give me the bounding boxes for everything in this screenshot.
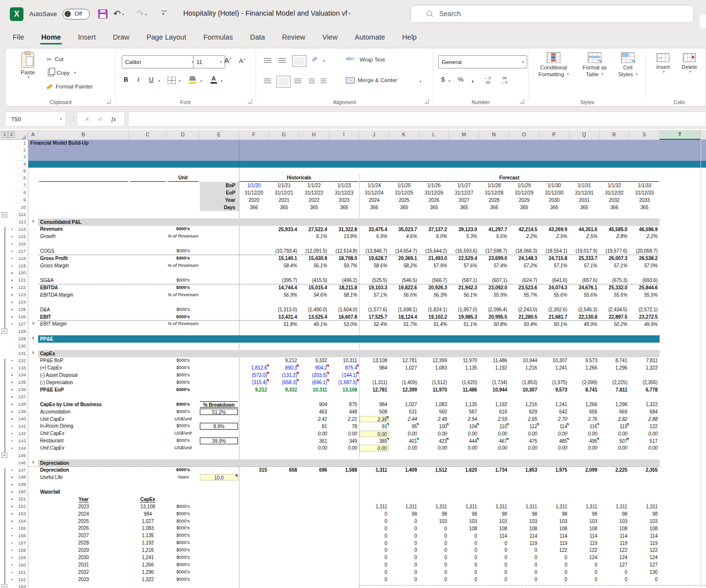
cell-N117[interactable]: (17,598.7) [480, 248, 509, 254]
cell-I114[interactable]: 31,322.8 [330, 226, 359, 233]
cell-B161[interactable]: 2032 [38, 569, 129, 576]
cell-O115[interactable]: 2.2% [510, 233, 539, 240]
cell-R158[interactable]: 122 [600, 547, 629, 553]
cell-J138[interactable]: 984 [360, 401, 389, 408]
cell-G132[interactable]: 9,212 [270, 357, 299, 364]
cell-L158[interactable]: 0 [420, 547, 449, 553]
cell-J115[interactable]: 6.9% [360, 233, 389, 240]
row-header-5[interactable]: 5 [16, 168, 28, 174]
row-header-135[interactable]: 135 [16, 379, 28, 386]
cell-P118[interactable]: 24,715.8 [540, 255, 569, 261]
cell-B156[interactable]: 2027 [38, 532, 129, 540]
row-header-157[interactable]: 157 [16, 540, 28, 547]
cell-O122[interactable]: 23,523.6 [510, 284, 539, 291]
cell-N158[interactable]: 0 [480, 547, 509, 553]
cell-J119[interactable]: 58.6% [360, 262, 389, 269]
cell-K127[interactable]: 51.7% [390, 321, 419, 327]
cell-Q161[interactable]: 0 [570, 569, 599, 575]
cell-K140[interactable]: 2.44 [390, 416, 419, 422]
row-header-131[interactable]: 131 [16, 350, 28, 357]
cell-F133[interactable]: 1,812.6 [239, 365, 269, 371]
cell-N136[interactable]: 10,944 [480, 387, 509, 393]
cell-Q140[interactable]: 2.76 [570, 416, 599, 422]
cell-C152[interactable]: 13,108 [129, 503, 167, 511]
wrap-text-button[interactable]: Wrap Text [360, 57, 385, 63]
cell-styles-button[interactable]: ✎ CellStyles ▾ [614, 52, 642, 78]
cell-O160[interactable]: 0 [510, 562, 539, 568]
cell-K155[interactable]: 0 [390, 525, 419, 532]
row-header-153[interactable]: 153 [16, 510, 28, 518]
cell-J153[interactable]: 0 [360, 511, 389, 517]
cell-N118[interactable]: 23,699.0 [480, 255, 509, 261]
cell-B158[interactable]: 2029 [38, 547, 129, 554]
col-header-K[interactable]: K [389, 130, 419, 140]
row-header-145[interactable]: 145 [16, 452, 28, 459]
cell-B136[interactable]: PP&E EoP [40, 387, 157, 394]
cell-J143[interactable]: 385 [360, 438, 389, 444]
cell-J118[interactable]: 19,628.7 [360, 255, 389, 261]
row-header-160[interactable]: 160 [16, 562, 28, 569]
cell-M141[interactable]: 104 [449, 423, 479, 430]
italic-button[interactable]: I [137, 76, 139, 84]
cell-S132[interactable]: 7,811 [630, 357, 659, 364]
cell-R7[interactable]: 1/1/32 [599, 182, 630, 190]
row-header-142[interactable]: 142 [16, 430, 28, 437]
cell-M153[interactable]: 98 [449, 511, 479, 517]
cell-K153[interactable]: 98 [390, 511, 419, 517]
row-header-8[interactable]: 8 [16, 189, 28, 196]
cell-K122[interactable]: 19,822.6 [390, 284, 419, 291]
cell-I143[interactable]: 349 [330, 438, 359, 444]
cell-B132[interactable]: PP&E BoP [40, 357, 157, 365]
cell-J140[interactable]: 2.39 [360, 416, 389, 422]
cell-S123[interactable]: 55.5% [630, 292, 659, 298]
cell-S114[interactable]: 46,596.9 [630, 226, 659, 233]
cell-R153[interactable]: 98 [600, 511, 629, 517]
cell-F8[interactable]: 31/12/20 [239, 190, 269, 197]
cell-M139[interactable]: 587 [449, 409, 479, 415]
row-header-143[interactable]: 143 [16, 437, 28, 445]
cell-P127[interactable]: 50.1% [540, 321, 569, 327]
cell-R147[interactable]: 2,225 [600, 467, 629, 473]
cell-O162[interactable]: 0 [510, 576, 539, 583]
cell-G147[interactable]: 658 [270, 467, 299, 473]
cell-B129[interactable]: PP&E [40, 336, 196, 342]
cell-P139[interactable]: 642 [540, 409, 569, 415]
cell-P152[interactable]: 1,311 [540, 503, 569, 510]
row-header-139[interactable]: 139 [16, 408, 28, 415]
fill-color-icon[interactable] [189, 76, 196, 81]
cell-D115[interactable]: % of Revenues [167, 233, 199, 240]
cell-R125[interactable]: (2,434.5) [600, 306, 629, 313]
cell-O121[interactable]: (624.7) [510, 277, 539, 283]
cell-D139[interactable]: $000's [167, 409, 199, 416]
cell-B121[interactable]: SG&A [40, 277, 157, 284]
cell-B144[interactable]: Unit CapEx [40, 445, 157, 452]
col-header-O[interactable]: O [509, 130, 539, 140]
col-header-L[interactable]: L [419, 130, 449, 140]
cell-P115[interactable]: 2.5% [540, 233, 569, 240]
cell-J161[interactable]: 0 [360, 569, 389, 575]
cell-B157[interactable]: 2028 [38, 540, 129, 547]
cell-H132[interactable]: 9,332 [300, 357, 329, 364]
cell-J8[interactable]: 31/12/24 [359, 190, 389, 197]
cell-G125[interactable]: (1,313.0) [270, 306, 299, 313]
cell-R121[interactable]: (675.3) [600, 277, 629, 283]
cell-P7[interactable]: 1/1/30 [539, 182, 570, 190]
cell-B151[interactable]: Year [38, 496, 129, 503]
delete-cells-button[interactable]: × Delete ▾ [678, 53, 701, 74]
cell-J123[interactable]: 57.1% [360, 292, 389, 298]
cell-G126[interactable]: 13,431.4 [270, 314, 299, 320]
cell-D156[interactable]: $000's [167, 532, 199, 540]
cell-Q142[interactable]: 0.00 [570, 431, 599, 437]
cell-N152[interactable]: 1,311 [480, 503, 509, 510]
cell-N142[interactable]: 0.00 [480, 431, 509, 437]
cell-O114[interactable]: 42,214.5 [510, 226, 539, 233]
cell-C154[interactable]: 1,027 [129, 518, 167, 525]
cell-Q133[interactable]: 1,266 [570, 365, 599, 371]
cell-R118[interactable]: 26,007.3 [600, 255, 629, 261]
cell-J154[interactable]: 0 [360, 518, 389, 524]
cell-O125[interactable]: (2,243.0) [510, 306, 539, 313]
cell-S138[interactable]: 1,322 [630, 401, 659, 408]
cell-F135[interactable]: (315.4) [239, 379, 269, 386]
cell-G123[interactable]: 56.9% [270, 292, 299, 298]
cell-L152[interactable]: 1,311 [420, 503, 449, 510]
